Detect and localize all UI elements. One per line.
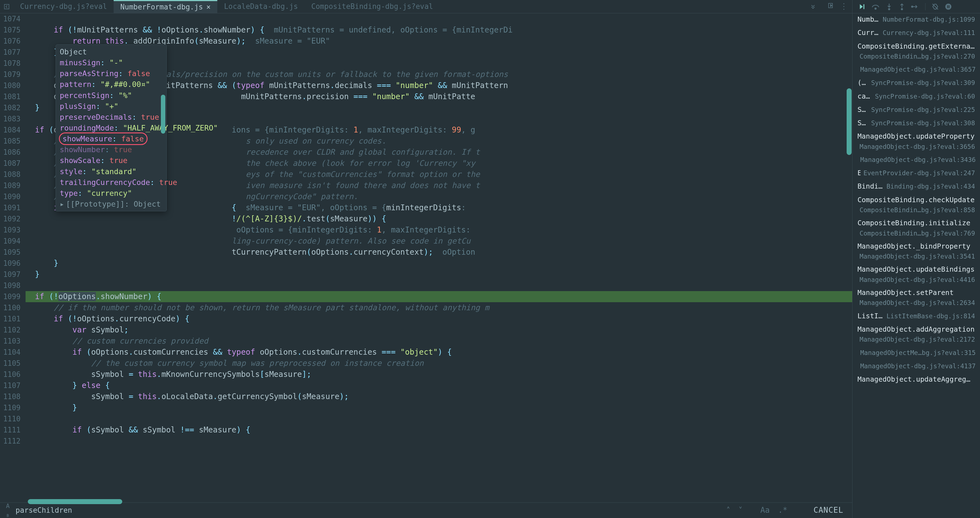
line-number[interactable]: 1111 [0,424,21,435]
find-bar: AB ˄ ˅ Aa .* CANCEL [0,502,852,518]
line-number[interactable]: 1074 [0,13,21,24]
callstack-frame[interactable]: CompositeBinding.checkUpdateCompositeBin… [853,194,980,217]
step-icon[interactable] [912,3,919,10]
line-number[interactable]: 1106 [0,369,21,380]
tooltip-scrollbar[interactable] [161,95,165,133]
line-number[interactable]: 1101 [0,313,21,324]
callstack-frame[interactable]: NumberFormat.formatNumberFormat-dbg.js:1… [853,13,980,27]
line-number[interactable]: 1108 [0,391,21,402]
find-mode-icon[interactable]: AB [4,502,12,518]
close-icon[interactable]: × [207,2,211,13]
line-number[interactable]: 1087 [0,158,21,169]
code-line: // the custom currency symbol map was pr… [25,358,852,369]
callstack-frame[interactable]: fnModelChangeHandlerManagedObject-dbg.js… [853,154,980,167]
line-number[interactable]: 1082 [0,102,21,113]
find-input[interactable] [16,505,720,516]
callstack-frame[interactable]: SyncPromise.thenSyncPromise-dbg.js?eval:… [853,117,980,130]
tabs-overflow-icon[interactable] [803,0,823,13]
line-number[interactable]: 1091 [0,202,21,213]
callstack-frame[interactable]: (anonymous)SyncPromise-dbg.js?eval:309 [853,77,980,90]
line-number[interactable]: 1104 [0,346,21,358]
callstack-frame[interactable]: (anonymous)ManagedObject-dbg.js?eval:365… [853,64,980,77]
line-number[interactable]: 1096 [0,258,21,269]
deactivate-breakpoints-icon[interactable] [932,3,939,10]
callstack-frame[interactable]: CompositeBinding.initializeCompositeBind… [853,217,980,240]
line-number[interactable]: 1097 [0,269,21,280]
step-out-icon[interactable] [899,3,905,10]
frame-location: CompositeBindin…bg.js?eval:858 [858,205,975,215]
callstack-frame[interactable]: ManagedObject.updateBindingsManagedObjec… [853,263,980,287]
line-number[interactable]: 1102 [0,324,21,335]
line-number[interactable]: 1086 [0,147,21,158]
line-number[interactable]: 1110 [0,413,21,424]
resume-icon[interactable] [858,3,865,10]
toggle-sidebar-icon[interactable]: ⋮ [840,1,848,12]
line-number[interactable]: 1084 [0,124,21,135]
callstack-frame[interactable]: ManagedObject.updateAggregation [853,373,980,387]
step-into-icon[interactable] [886,3,892,10]
line-number[interactable]: 1075 [0,24,21,35]
line-number[interactable]: 1103 [0,335,21,346]
line-number[interactable]: 1099 [0,291,21,302]
line-number[interactable]: 1092 [0,213,21,224]
callstack-frame[interactable]: updateManagedObject-dbg.js?eval:4137 [853,360,980,373]
line-number[interactable]: 1109 [0,402,21,413]
nav-back-icon[interactable] [0,0,13,13]
callstack-frame[interactable]: ManagedObject._bindPropertyManagedObject… [853,240,980,264]
callstack-frame[interactable]: Currency.formatValueCurrency-dbg.js?eval… [853,27,980,40]
code-line: sSymbol = this.oLocaleData.getCurrencySy… [25,391,852,402]
regex-toggle[interactable]: .* [776,504,790,516]
callstack-frame[interactable]: callSyncPromise-dbg.js?eval:60 [853,90,980,103]
line-number[interactable]: 1077 [0,47,21,58]
code-line: if (!oOptions.currencyCode) { [25,313,852,324]
line-number[interactable]: 1081 [0,91,21,102]
callstack-frame[interactable]: ManagedObject.setParentManagedObject-dbg… [853,287,980,310]
line-number[interactable]: 1100 [0,302,21,313]
callstack-frame[interactable]: (anonymous)ManagedObjectMe…bg.js?eval:31… [853,346,980,360]
line-number[interactable]: 1085 [0,135,21,147]
find-cancel-button[interactable]: CANCEL [808,504,848,517]
line-number[interactable]: 1107 [0,380,21,391]
match-case-toggle[interactable]: Aa [758,504,772,516]
editor-tab[interactable]: Currency-dbg.js?eval [13,0,114,13]
callstack-frame[interactable]: CompositeBinding.getExternalValueComposi… [853,40,980,64]
line-number[interactable]: 1093 [0,224,21,235]
frame-location: ManagedObject-dbg.js?eval:3436 [860,155,975,164]
step-over-icon[interactable] [871,3,880,10]
callstack-frame[interactable]: ManagedObject.addAggregationManagedObjec… [853,323,980,346]
callstack-frame[interactable]: SyncPromiseSyncPromise-dbg.js?eval:225 [853,103,980,117]
tooltip-prototype[interactable]: ▸[[Prototype]]: Object [60,199,164,210]
line-number[interactable]: 1089 [0,180,21,191]
find-next-icon[interactable]: ˅ [736,504,745,516]
code-line: if (oOptions.customCurrencies && typeof … [25,346,852,358]
line-number[interactable]: 1094 [0,235,21,247]
callstack-frame[interactable]: EventProvider.fireEventEventProvider-dbg… [853,167,980,180]
line-number[interactable]: 1098 [0,280,21,291]
line-number[interactable]: 1112 [0,435,21,446]
editor-tab[interactable]: LocaleData-dbg.js [217,0,304,13]
callstack-frame[interactable]: Binding._fireChangeBinding-dbg.js?eval:4… [853,180,980,194]
line-number[interactable]: 1079 [0,69,21,80]
line-number-gutter: 1074107510761077107810791080108110821083… [0,13,25,502]
callstack-frame[interactable]: ManagedObject.updatePropertyManagedObjec… [853,130,980,154]
call-stack-panel[interactable]: NumberFormat.formatNumberFormat-dbg.js:1… [852,13,980,518]
line-number[interactable]: 1095 [0,247,21,258]
line-number[interactable]: 1083 [0,113,21,124]
svg-point-6 [912,6,913,7]
line-number[interactable]: 1105 [0,358,21,369]
line-number[interactable]: 1090 [0,191,21,202]
editor-horizontal-scrollbar[interactable] [28,499,122,504]
pause-icon[interactable] [945,3,952,10]
editor-tab[interactable]: NumberFormat-dbg.js× [114,0,217,13]
line-number[interactable]: 1076 [0,35,21,47]
frame-function: Currency.formatValue [858,28,880,38]
callstack-frame[interactable]: ListItemBase.setParentListItemBase-dbg.j… [853,310,980,323]
find-prev-icon[interactable]: ˄ [724,504,732,516]
line-number[interactable]: 1078 [0,58,21,69]
run-to-icon[interactable] [828,1,834,12]
code-line: } [25,258,852,269]
editor-tab[interactable]: CompositeBinding-dbg.js?eval [304,0,439,13]
editor-vertical-scrollbar[interactable] [846,88,852,155]
line-number[interactable]: 1088 [0,169,21,180]
line-number[interactable]: 1080 [0,80,21,91]
